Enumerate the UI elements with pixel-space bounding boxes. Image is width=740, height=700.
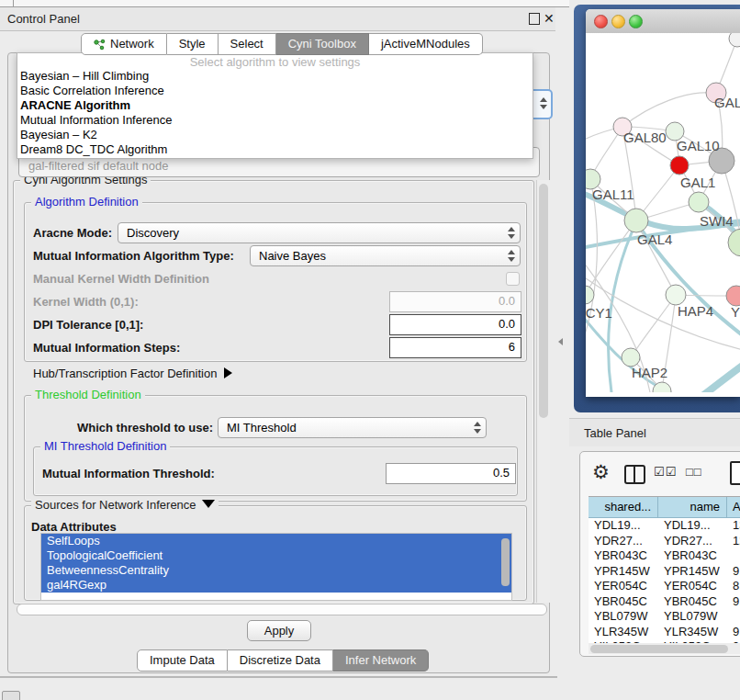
node-swi4[interactable] — [689, 192, 709, 212]
network-window-titlebar[interactable] — [586, 9, 740, 34]
table-header-row: shared... name A — [589, 497, 740, 518]
node-salmon[interactable] — [726, 286, 740, 306]
table-row[interactable]: YDL19... YDL19... 13 — [589, 518, 740, 534]
float-window-icon[interactable] — [529, 13, 540, 25]
disclosure-triangle-right-icon[interactable] — [224, 367, 232, 378]
attribute-item-selected[interactable]: BetweennessCentrality — [41, 563, 511, 578]
algorithm-option[interactable]: Mutual Information Inference — [20, 113, 530, 128]
network-window-frame: GAL GAL80 GAL10 GAL1 GAL11 SWI4 GAL4 GCY… — [574, 5, 740, 412]
tab-discretize-data[interactable]: Discretize Data — [228, 649, 333, 672]
network-window[interactable]: GAL GAL80 GAL10 GAL1 GAL11 SWI4 GAL4 GCY… — [586, 9, 740, 397]
node-label: HAP4 — [678, 303, 713, 319]
table-row[interactable]: YBR045C YBR045C 9. — [589, 594, 740, 610]
column-header-clipped[interactable]: A — [727, 497, 740, 517]
mi-type-combo[interactable]: Naive Bayes — [250, 245, 521, 266]
close-icon[interactable]: ✕ — [544, 11, 555, 26]
table-row[interactable]: YDR27... YDR27... 12 — [589, 534, 740, 549]
attribute-item-selected[interactable]: TopologicalCoefficient — [41, 548, 511, 563]
manual-kernel-checkbox[interactable] — [506, 272, 520, 286]
gear-icon[interactable]: ⚙ — [592, 461, 610, 483]
disclosure-triangle-down-icon[interactable] — [202, 500, 215, 508]
node-label: SWI4 — [700, 213, 734, 229]
algorithm-option[interactable]: Basic Correlation Inference — [20, 84, 530, 98]
tab-infer-network[interactable]: Infer Network — [333, 649, 429, 672]
settings-vscrollbar-thumb[interactable] — [539, 184, 548, 418]
sources-title-row[interactable]: Sources for Network Inference — [31, 499, 219, 512]
dpi-tolerance-input[interactable]: 0.0 — [389, 314, 521, 335]
node-hap4[interactable] — [666, 285, 686, 305]
mi-steps-input[interactable]: 6 — [389, 337, 521, 358]
table-row[interactable]: YBL079W YBL079W — [589, 609, 740, 625]
column-header-shared[interactable]: shared... — [589, 497, 658, 517]
column-header-name[interactable]: name — [658, 497, 727, 517]
columns-icon[interactable] — [624, 465, 645, 484]
settings-vscrollbar[interactable] — [536, 180, 550, 603]
tab-jactivemnodules-label: jActiveMNodules — [381, 34, 470, 54]
kernel-width-input[interactable]: 0.0 — [389, 291, 521, 312]
table-row[interactable]: YBR043C YBR043C — [589, 548, 740, 564]
network-selector-value: gal-filtered sif default node — [28, 159, 168, 173]
hub-definition-row[interactable]: Hub/Transcription Factor Definition — [33, 367, 232, 380]
close-traffic-light-icon[interactable] — [594, 15, 608, 28]
algorithm-dropdown[interactable]: Select algorithm to view settings Bayesi… — [17, 52, 533, 159]
tab-cyni-toolbox[interactable]: Cyni Toolbox — [276, 33, 369, 55]
attribute-item-selected[interactable]: gal4RGexp — [41, 578, 511, 593]
node-top-right[interactable] — [729, 33, 740, 47]
algorithm-option-selected[interactable]: ARACNE Algorithm — [20, 98, 530, 113]
apply-button[interactable]: Apply — [247, 620, 311, 641]
zoom-traffic-light-icon[interactable] — [629, 15, 643, 28]
data-attributes-label: Data Attributes — [31, 520, 117, 534]
tab-impute-data[interactable]: Impute Data — [137, 649, 228, 672]
cell-shared: YBR045C — [589, 594, 658, 610]
table-row[interactable]: YPR145W YPR145W 9. — [589, 564, 740, 580]
manual-kernel-label: Manual Kernel Width Definition — [33, 272, 209, 286]
algorithm-option[interactable]: Bayesian – Hill Climbing — [20, 69, 530, 84]
node-big-right[interactable] — [728, 229, 740, 256]
node-gal4[interactable] — [624, 209, 648, 232]
tab-infer-network-label: Infer Network — [345, 650, 416, 671]
node-label: GAL80 — [623, 130, 667, 145]
mi-threshold-input[interactable]: 0.5 — [386, 463, 516, 484]
cell-value: 13 — [727, 518, 740, 534]
algorithm-option[interactable]: Dream8 DC_TDC Algorithm — [20, 142, 530, 157]
document-icon[interactable] — [730, 461, 740, 485]
tab-network[interactable]: Network — [81, 33, 167, 55]
cell-name: YBR045C — [658, 594, 727, 610]
chevron-up-down-icon — [473, 421, 481, 435]
settings-hscrollbar[interactable] — [17, 604, 547, 615]
cell-name: YLR345W — [658, 625, 727, 640]
data-attributes-list[interactable]: SelfLoops TopologicalCoefficient Between… — [40, 533, 512, 601]
algorithm-option[interactable]: Bayesian – K2 — [20, 128, 530, 142]
splitter-collapse-icon[interactable] — [558, 338, 563, 345]
minimize-traffic-light-icon[interactable] — [611, 15, 625, 28]
cell-value — [727, 609, 740, 625]
node-label: GAL10 — [677, 138, 720, 153]
cell-name: YBL079W — [658, 609, 727, 625]
which-threshold-value: MI Threshold — [227, 421, 297, 435]
attributes-vscrollbar-thumb[interactable] — [501, 538, 510, 586]
node-label: GAL4 — [637, 231, 672, 247]
deselect-all-icon[interactable]: □□ — [686, 465, 702, 479]
table-panel-title: Table Panel — [584, 426, 646, 440]
node-table[interactable]: shared... name A YDL19... YDL19... 13 YD… — [589, 496, 740, 644]
tab-style[interactable]: Style — [167, 33, 219, 55]
cell-shared: YPR145W — [589, 564, 658, 580]
node-gal1-red[interactable] — [670, 156, 689, 175]
which-threshold-combo[interactable]: MI Threshold — [218, 417, 487, 438]
cell-value: 9. — [727, 594, 740, 610]
tab-jactivemnodules[interactable]: jActiveMNodules — [369, 33, 483, 55]
attribute-item-selected[interactable]: SelfLoops — [41, 534, 511, 548]
tab-network-label: Network — [110, 34, 154, 54]
table-row[interactable]: YLR345W YLR345W 9. — [589, 625, 740, 640]
table-hscrollbar-thumb[interactable] — [590, 645, 728, 653]
select-all-icon[interactable]: ☑☑ — [654, 465, 677, 479]
bottom-tabs: Impute Data Discretize Data Infer Networ… — [137, 649, 429, 670]
cell-shared: YBR043C — [589, 548, 658, 564]
table-row[interactable]: YER054C YER054C 8. — [589, 579, 740, 594]
tab-select[interactable]: Select — [219, 33, 276, 55]
network-canvas[interactable]: GAL GAL80 GAL10 GAL1 GAL11 SWI4 GAL4 GCY… — [586, 33, 740, 392]
bottom-left-mini-button[interactable] — [2, 691, 20, 700]
node-hap2[interactable] — [622, 348, 640, 367]
aracne-mode-combo[interactable]: Discovery — [118, 222, 521, 243]
table-hscrollbar[interactable] — [589, 643, 740, 654]
